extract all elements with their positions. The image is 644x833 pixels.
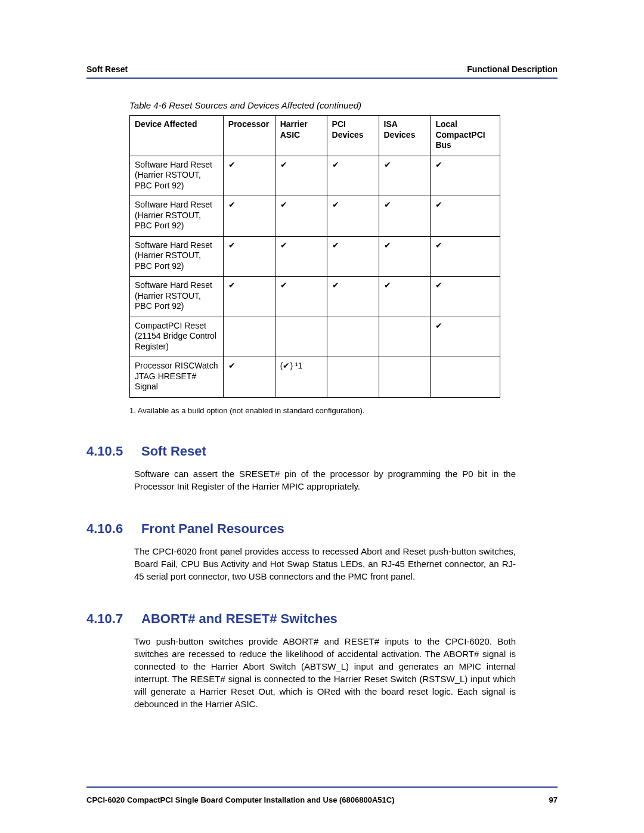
header-left: Soft Reset [86,64,128,74]
section-title: ABORT# and RESET# Switches [141,611,338,627]
reset-table: Device Affected Processor Harrier ASIC P… [129,115,500,398]
cell-mark: ✔ [223,156,275,196]
cell-mark [327,317,379,357]
table-row: CompactPCI Reset (21154 Bridge Control R… [130,317,500,357]
section-number: 4.10.7 [86,611,125,627]
table-footnote: 1. Available as a build option (not enab… [129,406,558,415]
cell-mark [431,357,500,398]
cell-label: Processor RISCWatch JTAG HRESET# Signal [130,357,224,398]
table-header-row: Device Affected Processor Harrier ASIC P… [130,116,500,156]
table-row: Software Hard Reset (Harrier RSTOUT, PBC… [130,156,500,196]
cell-mark: ✔ [379,277,431,317]
header-rule [86,78,558,79]
section-body: Software can assert the SRESET# pin of t… [134,467,516,493]
section-heading-soft-reset: 4.10.5 Soft Reset [86,444,558,459]
cell-mark [223,317,275,357]
cell-mark [379,357,431,398]
cell-mark: ✔ [275,277,327,317]
col-local-compactpci-bus: Local CompactPCI Bus [431,116,500,156]
cell-label: Software Hard Reset (Harrier RSTOUT, PBC… [130,277,224,317]
cell-mark: ✔ [431,196,500,237]
cell-label: Software Hard Reset (Harrier RSTOUT, PBC… [130,236,224,277]
section-heading-front-panel: 4.10.6 Front Panel Resources [86,521,558,537]
cell-mark: ✔ [327,236,379,277]
document-page: Soft Reset Functional Description Table … [0,0,644,833]
table-row: Software Hard Reset (Harrier RSTOUT, PBC… [130,236,500,277]
cell-mark: ✔ [379,156,431,196]
cell-mark: ✔ [275,196,327,237]
footer-page-number: 97 [549,795,558,804]
cell-label: Software Hard Reset (Harrier RSTOUT, PBC… [130,156,224,196]
cell-mark: ✔ [431,317,500,357]
cell-mark: ✔ [327,156,379,196]
cell-mark: ✔ [431,277,500,317]
footer-left: CPCI-6020 CompactPCI Single Board Comput… [86,795,395,804]
page-footer: CPCI-6020 CompactPCI Single Board Comput… [86,795,558,804]
table-row: Software Hard Reset (Harrier RSTOUT, PBC… [130,277,500,317]
section-title: Soft Reset [141,444,206,459]
section-number: 4.10.6 [86,521,125,537]
cell-mark: ✔ [223,196,275,237]
cell-label: CompactPCI Reset (21154 Bridge Control R… [130,317,224,357]
cell-mark: ✔ [431,236,500,277]
cell-mark: ✔ [275,236,327,277]
cell-mark: ✔ [327,277,379,317]
cell-mark [327,357,379,398]
col-harrier-asic: Harrier ASIC [275,116,327,156]
table-row: Processor RISCWatch JTAG HRESET# Signal … [130,357,500,398]
col-processor: Processor [223,116,275,156]
cell-mark: ✔ [275,156,327,196]
col-pci-devices: PCI Devices [327,116,379,156]
section-body: Two push-button switches provide ABORT# … [134,635,516,710]
section-body: The CPCI-6020 front panel provides acces… [134,545,516,583]
cell-mark: ✔ [223,236,275,277]
section-title: Front Panel Resources [141,521,284,537]
col-isa-devices: ISA Devices [379,116,431,156]
table-caption: Table 4-6 Reset Sources and Devices Affe… [129,100,558,110]
cell-mark: (✔) ¹1 [275,357,327,398]
header-right: Functional Description [467,64,558,74]
cell-mark [379,317,431,357]
cell-mark: ✔ [223,357,275,398]
page-header: Soft Reset Functional Description [86,64,558,74]
section-heading-abort-reset: 4.10.7 ABORT# and RESET# Switches [86,611,558,627]
cell-mark: ✔ [431,156,500,196]
cell-mark: ✔ [379,196,431,237]
cell-mark: ✔ [379,236,431,277]
footer-rule [86,786,558,788]
cell-mark: ✔ [327,196,379,237]
cell-mark: ✔ [223,277,275,317]
section-number: 4.10.5 [86,444,125,459]
cell-label: Software Hard Reset (Harrier RSTOUT, PBC… [130,196,224,237]
table-row: Software Hard Reset (Harrier RSTOUT, PBC… [130,196,500,237]
col-device-affected: Device Affected [130,116,224,156]
cell-mark [275,317,327,357]
